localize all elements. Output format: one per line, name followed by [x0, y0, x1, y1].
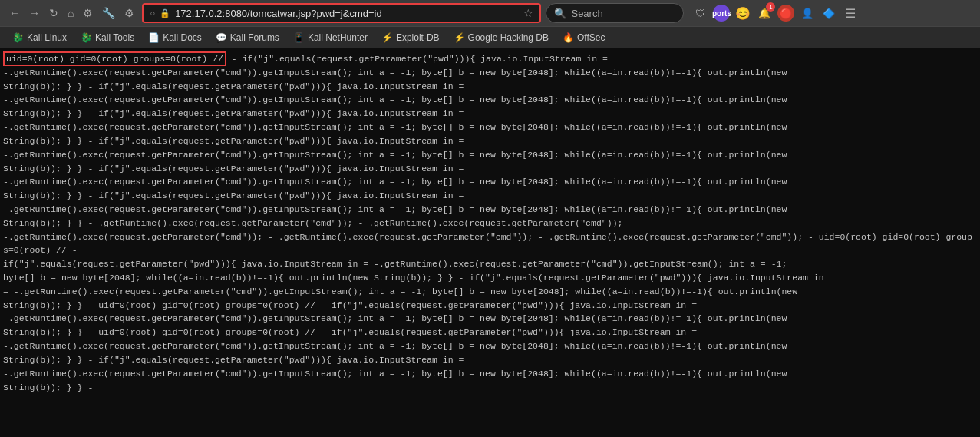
bookmark-kali-linux-label: Kali Linux	[27, 32, 67, 43]
search-placeholder: Search	[571, 8, 602, 19]
bookmark-exploit-db-label: Exploit-DB	[396, 32, 440, 43]
bookmark-kali-tools-label: Kali Tools	[95, 32, 134, 43]
bookmark-kali-linux[interactable]: 🐉 Kali Linux	[6, 30, 73, 45]
bookmark-google-hacking-label: Google Hacking DB	[468, 32, 549, 43]
bookmark-kali-nethunter-label: Kali NetHunter	[308, 32, 368, 43]
search-bar[interactable]: 🔍 Search	[546, 3, 684, 23]
back-button[interactable]: ←	[6, 5, 23, 21]
search-icon: 🔍	[554, 8, 566, 19]
profile-icon[interactable]: 👤	[799, 5, 816, 22]
settings-button[interactable]: ⚙	[80, 5, 96, 21]
red-icon[interactable]: 🔴	[777, 5, 794, 22]
kali-linux-icon: 🐉	[12, 32, 24, 43]
exploit-db-icon: ⚡	[381, 32, 393, 43]
offsec-icon: 🔥	[563, 32, 574, 43]
url-text: 172.17.0.2:8080/tomcatwar.jsp?pwd=j&cmd=…	[175, 8, 519, 19]
nav-bar: ← → ↻ ⌂ ⚙ 🔧 ⚙ ○ 🔒 172.17.0.2:8080/tomcat…	[0, 0, 980, 26]
forward-button[interactable]: →	[26, 5, 43, 21]
bookmark-kali-nethunter[interactable]: 📱 Kali NetHunter	[287, 30, 374, 45]
content-text: uid=0(root) gid=0(root) groups=0(root) /…	[0, 48, 980, 399]
highlighted-command-output: uid=0(root) gid=0(root) groups=0(root) /…	[3, 51, 226, 66]
bookmark-kali-forums-label: Kali Forums	[230, 32, 279, 43]
home-button[interactable]: ⌂	[64, 5, 77, 21]
google-hacking-icon: ⚡	[454, 32, 465, 43]
kali-nethunter-icon: 📱	[293, 32, 305, 43]
emoji-icon[interactable]: 😊	[734, 5, 751, 22]
bookmark-kali-forums[interactable]: 💬 Kali Forums	[210, 30, 285, 45]
url-bar[interactable]: ○ 🔒 172.17.0.2:8080/tomcatwar.jsp?pwd=j&…	[142, 3, 541, 23]
kali-docs-icon: 📄	[148, 32, 160, 43]
bookmark-offsec-label: OffSec	[577, 32, 605, 43]
kali-forums-icon: 💬	[216, 32, 227, 43]
page-icon: ○	[150, 8, 155, 18]
refresh-button[interactable]: ↻	[46, 5, 61, 21]
bookmark-star-icon[interactable]: ☆	[523, 7, 533, 19]
menu-button[interactable]: ☰	[842, 6, 859, 21]
purple2-icon[interactable]: 🔷	[820, 5, 837, 22]
bookmark-kali-docs-label: Kali Docs	[163, 32, 202, 43]
bookmark-offsec[interactable]: 🔥 OffSec	[556, 30, 611, 45]
ports-badge-wrap: ports	[713, 5, 730, 22]
bookmark-google-hacking[interactable]: ⚡ Google Hacking DB	[447, 30, 555, 45]
kali-tools-icon: 🐉	[81, 32, 92, 43]
nav-icons: ← → ↻ ⌂ ⚙ 🔧 ⚙	[6, 5, 137, 21]
notification-wrap: 🔔 1	[756, 5, 773, 22]
content-area: uid=0(root) gid=0(root) groups=0(root) /…	[0, 48, 980, 437]
content-rest: - if("j".equals(request.getParameter("pw…	[3, 54, 972, 392]
notification-badge: 1	[766, 2, 775, 12]
shield-icon[interactable]: 🛡	[691, 5, 708, 22]
ports-icon[interactable]: ports	[713, 5, 730, 22]
bookmark-kali-docs[interactable]: 📄 Kali Docs	[142, 30, 208, 45]
toolbar-right: 🛡 ports 😊 🔔 1 🔴 👤 🔷 ☰	[691, 5, 859, 22]
bookmarks-bar: 🐉 Kali Linux 🐉 Kali Tools 📄 Kali Docs 💬 …	[0, 26, 980, 48]
bookmark-kali-tools[interactable]: 🐉 Kali Tools	[74, 30, 140, 45]
extensions-button[interactable]: ⚙	[121, 5, 137, 21]
lock-icon: 🔒	[160, 8, 170, 18]
tools-button[interactable]: 🔧	[99, 5, 118, 21]
bookmark-exploit-db[interactable]: ⚡ Exploit-DB	[375, 30, 446, 45]
